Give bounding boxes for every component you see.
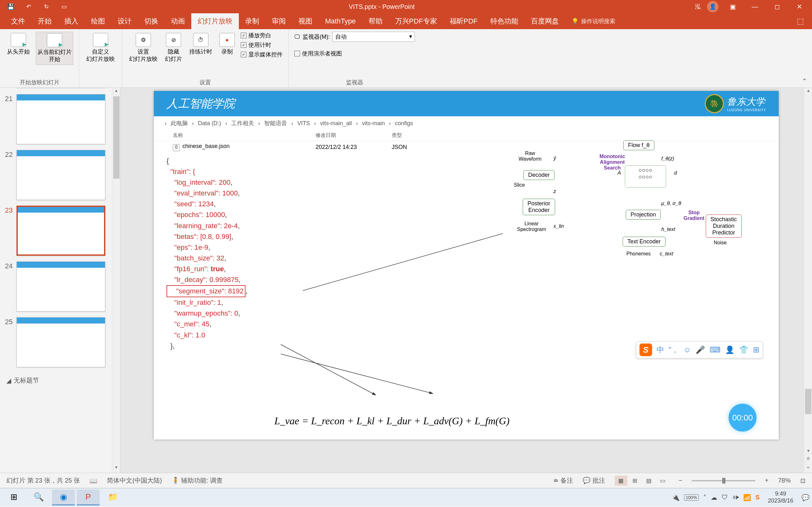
ime-user-icon[interactable]: 👤: [725, 345, 734, 354]
undo-icon[interactable]: ↶: [24, 2, 33, 11]
ime-keyboard-icon[interactable]: ⌨: [710, 345, 721, 354]
spellcheck-icon[interactable]: 📖: [90, 477, 97, 485]
tab-animation[interactable]: 动画: [165, 13, 191, 29]
ime-lang[interactable]: 中: [657, 345, 664, 355]
show-media-check[interactable]: ✓显示媒体控件: [241, 51, 283, 58]
rehearse-button[interactable]: ⏱ 排练计时: [188, 32, 213, 57]
user-avatar-icon[interactable]: 👤: [707, 1, 718, 12]
security-icon[interactable]: 🛡: [722, 494, 728, 501]
notes-button[interactable]: ≐ 备注: [553, 476, 573, 485]
ime-voice-icon[interactable]: 🎤: [696, 345, 705, 354]
maximize-icon[interactable]: ◻: [769, 0, 785, 13]
reading-view-icon[interactable]: ▤: [643, 475, 655, 486]
recording-timer[interactable]: 00:00: [728, 404, 757, 432]
presenter-view-check[interactable]: 使用演示者视图: [294, 50, 342, 57]
close-icon[interactable]: ✕: [792, 0, 807, 13]
from-beginning-button[interactable]: 从头开始: [6, 32, 31, 57]
tab-view[interactable]: 视图: [292, 13, 319, 29]
tab-mathtype[interactable]: MathType: [319, 13, 362, 29]
projector-icon: [11, 33, 26, 47]
zoom-in-icon[interactable]: +: [765, 477, 768, 484]
accessibility-status[interactable]: 🧍 辅助功能: 调查: [171, 476, 223, 485]
slide-position: 幻灯片 第 23 张，共 25 张: [6, 476, 80, 485]
edge-icon[interactable]: ◉: [52, 490, 75, 505]
zoom-level[interactable]: 78%: [778, 477, 791, 484]
start-slideshow-icon[interactable]: ▭: [60, 2, 68, 11]
comments-button[interactable]: 💬 批注: [583, 476, 605, 485]
battery-status[interactable]: 100%: [684, 494, 699, 501]
tray-chevron-icon[interactable]: ˄: [703, 494, 706, 501]
ime-skin-icon[interactable]: 👕: [739, 345, 749, 354]
use-timings-check[interactable]: ✓使用计时: [241, 41, 283, 49]
normal-view-icon[interactable]: ▦: [615, 475, 627, 486]
tab-wanxing[interactable]: 万兴PDF专家: [389, 13, 444, 29]
slide-thumb-25[interactable]: [16, 317, 105, 367]
tab-baidu[interactable]: 百度网盘: [525, 13, 565, 29]
tab-insert[interactable]: 插入: [58, 13, 85, 29]
sogou-logo-icon: S: [640, 343, 652, 356]
onedrive-icon[interactable]: ☁: [711, 494, 717, 501]
svg-line-2: [281, 354, 433, 394]
tab-transition[interactable]: 切换: [138, 13, 165, 29]
timer-icon: ⏱: [193, 33, 208, 47]
monitor-select[interactable]: 自动▾: [333, 32, 415, 42]
powerpoint-icon[interactable]: P: [77, 490, 100, 505]
share-icon[interactable]: ⬚: [797, 17, 812, 26]
tab-slideshow[interactable]: 幻灯片放映: [191, 13, 239, 29]
record-icon: ●: [219, 33, 235, 47]
save-icon[interactable]: 💾: [6, 2, 15, 11]
from-current-button[interactable]: 从当前幻灯片 开始: [36, 32, 73, 65]
tab-home[interactable]: 开始: [32, 13, 58, 29]
slide-scrollbar[interactable]: ▴ ▾ ≛ ⫨: [804, 88, 812, 473]
tab-special[interactable]: 特色功能: [484, 13, 525, 29]
explorer-icon[interactable]: 📁: [101, 490, 124, 505]
zoom-out-icon[interactable]: −: [679, 477, 682, 484]
slide-thumb-21[interactable]: [16, 94, 105, 144]
sorter-view-icon[interactable]: ⊞: [629, 475, 641, 486]
tab-draw[interactable]: 绘图: [85, 13, 111, 29]
tell-me-search[interactable]: 💡 操作说明搜索: [571, 17, 615, 25]
thumbs-scrollbar[interactable]: ▴ ▾: [112, 88, 120, 473]
lightbulb-icon: 💡: [571, 18, 578, 25]
collapse-ribbon-icon[interactable]: ⌃: [802, 77, 807, 86]
title-bar: 💾 ↶ ↻ ▭ VITS.pptx - PowerPoint 泓 👤 ▣ — ◻…: [0, 0, 812, 13]
section-title[interactable]: ◢无标题节: [0, 373, 120, 388]
search-button[interactable]: 🔍: [27, 490, 50, 505]
ribbon-display-icon[interactable]: ▣: [725, 0, 741, 13]
slide-thumb-22[interactable]: [16, 150, 105, 200]
tab-file[interactable]: 文件: [5, 13, 32, 29]
slideshow-view-icon[interactable]: ▭: [657, 475, 669, 486]
play-narration-check[interactable]: ✓播放旁白: [241, 32, 283, 39]
record-button[interactable]: ● 录制: [218, 32, 236, 57]
setup-slideshow-button[interactable]: ⚙ 设置 幻灯片放映: [128, 32, 159, 64]
tab-design[interactable]: 设计: [111, 13, 138, 29]
sogou-tray-icon[interactable]: S: [756, 494, 760, 501]
network-icon[interactable]: 🕪: [732, 494, 739, 501]
slide-header: 人工智能学院 魯 鲁东大学 LUDONG UNIVERSITY: [154, 91, 779, 116]
tab-foxit[interactable]: 福昕PDF: [444, 13, 484, 29]
ime-toolbox-icon[interactable]: ⊞: [753, 345, 759, 354]
power-icon[interactable]: 🔌: [672, 494, 680, 501]
taskbar-clock[interactable]: 9:49 2023/8/16: [764, 491, 797, 504]
fit-window-icon[interactable]: ⊡: [800, 477, 806, 485]
notifications-icon[interactable]: 💬: [802, 494, 809, 501]
custom-slideshow-button[interactable]: 自定义 幻灯片放映: [85, 32, 116, 64]
zoom-slider[interactable]: [692, 480, 755, 481]
tab-review[interactable]: 审阅: [265, 13, 292, 29]
ime-toolbar[interactable]: S 中 "， ☺ 🎤 ⌨ 👤 👕 ⊞: [636, 341, 763, 358]
ime-punct-icon[interactable]: "，: [669, 345, 679, 355]
start-button[interactable]: ⊞: [3, 490, 26, 505]
slide-thumb-24[interactable]: [16, 262, 105, 312]
tab-help[interactable]: 帮助: [362, 13, 389, 29]
language-status[interactable]: 简体中文(中国大陆): [107, 476, 162, 485]
wifi-icon[interactable]: 📶: [743, 494, 751, 501]
university-logo: 魯 鲁东大学 LUDONG UNIVERSITY: [705, 94, 766, 113]
redo-icon[interactable]: ↻: [42, 2, 51, 11]
hide-slide-button[interactable]: ⊘ 隐藏 幻灯片: [164, 32, 183, 64]
slide-thumb-23[interactable]: [16, 206, 105, 256]
ribbon-tabs: 文件 开始 插入 绘图 设计 切换 动画 幻灯片放映 录制 审阅 视图 Math…: [0, 13, 812, 29]
ime-emoji-icon[interactable]: ☺: [683, 345, 691, 354]
slide-canvas[interactable]: 人工智能学院 魯 鲁东大学 LUDONG UNIVERSITY › 此电脑 › …: [154, 91, 779, 440]
tab-record[interactable]: 录制: [239, 13, 265, 29]
minimize-icon[interactable]: —: [747, 0, 763, 13]
